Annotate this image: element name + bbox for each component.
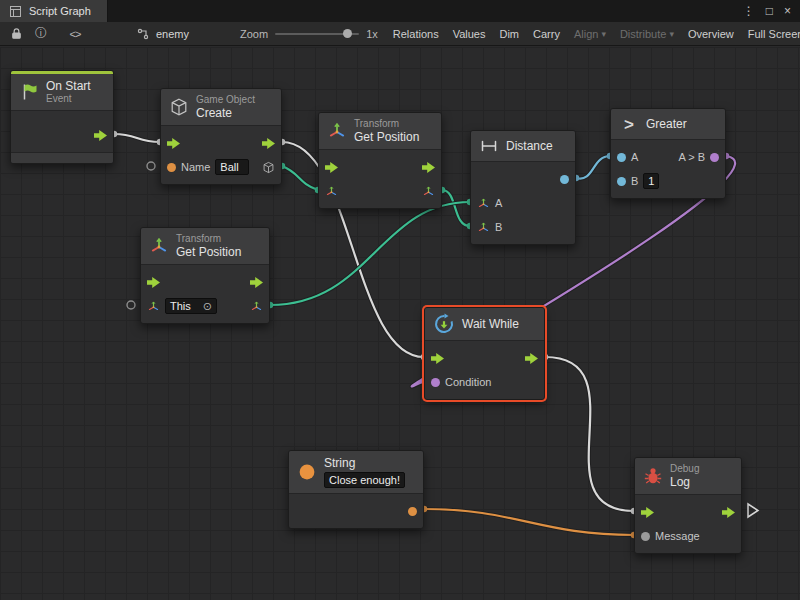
flow-input-port[interactable] <box>431 353 444 364</box>
code-icon[interactable]: <> <box>67 28 83 40</box>
node-string[interactable]: StringClose enough! <box>288 450 424 529</box>
transform-port[interactable] <box>477 197 490 210</box>
value-output-port[interactable] <box>710 153 719 162</box>
port-row <box>289 499 423 523</box>
cube-icon <box>169 97 189 117</box>
node-header: On StartEvent <box>11 74 113 111</box>
value-field[interactable]: 1 <box>643 173 659 189</box>
wire-distance-to-greater-a[interactable] <box>576 156 610 179</box>
close-icon[interactable]: × <box>784 5 791 17</box>
transform-port[interactable] <box>147 300 160 313</box>
game-object-port[interactable] <box>262 161 275 174</box>
flow-output-port[interactable] <box>262 138 275 149</box>
toolbar-button-values[interactable]: Values <box>447 28 492 40</box>
flow-input-port[interactable] <box>641 507 654 518</box>
node-transform-get-position-2[interactable]: TransformGet PositionThis⊙ <box>140 227 270 324</box>
unconnected-port-indicator[interactable] <box>147 162 155 170</box>
value-input-port[interactable] <box>167 163 176 172</box>
value-input-port[interactable] <box>617 153 626 162</box>
toolbar: ⓘ <> enemy Zoom 1x RelationsValuesDimCar… <box>0 22 800 46</box>
node-header: DebugLog <box>635 458 741 495</box>
node-wait-while[interactable]: Wait WhileCondition <box>424 307 545 400</box>
value-field[interactable]: Close enough! <box>324 472 405 488</box>
port-row: B1 <box>611 169 725 193</box>
flow-input-port[interactable] <box>167 138 180 149</box>
node-debug-log[interactable]: DebugLogMessage <box>634 457 742 554</box>
value-field[interactable]: Ball <box>215 159 249 175</box>
flow-output-port[interactable] <box>94 130 107 141</box>
node-titles: Game ObjectCreate <box>196 94 255 120</box>
window-title: Script Graph <box>29 5 91 17</box>
node-title: Distance <box>506 139 553 153</box>
port-row <box>319 155 441 179</box>
field-text: Ball <box>220 161 238 173</box>
toolbar-button-full-screen[interactable]: Full Screen <box>742 28 800 40</box>
titlebar: Script Graph ⋮ □ × <box>0 0 800 22</box>
node-body: AA > BB1 <box>611 140 725 198</box>
toolbar-button-overview[interactable]: Overview <box>682 28 740 40</box>
wire-get-position-2-to-distance-a[interactable] <box>270 202 470 305</box>
transform-port[interactable] <box>325 185 338 198</box>
flow-output-port[interactable] <box>722 507 735 518</box>
toolbar-button-dim[interactable]: Dim <box>493 28 525 40</box>
maximize-icon[interactable]: □ <box>766 5 773 17</box>
value-input-port[interactable] <box>431 378 440 387</box>
value-output-port[interactable] <box>560 175 569 184</box>
node-title: Get Position <box>354 130 419 144</box>
transform-port[interactable] <box>250 300 263 313</box>
node-type-label: Game Object <box>196 94 255 106</box>
flow-input-port[interactable] <box>147 277 160 288</box>
tab-script-graph[interactable]: Script Graph <box>0 0 108 22</box>
flow-output-port[interactable] <box>525 353 538 364</box>
flag-icon <box>19 82 39 102</box>
play-indicator-icon[interactable] <box>748 504 758 517</box>
port-label: Condition <box>445 376 491 388</box>
toolbar-button-carry[interactable]: Carry <box>527 28 566 40</box>
lock-icon[interactable] <box>8 27 24 40</box>
info-icon[interactable]: ⓘ <box>33 25 49 42</box>
port-label: B <box>631 175 638 187</box>
node-on-start-event[interactable]: On StartEvent <box>10 70 114 164</box>
node-footer <box>11 152 113 163</box>
flow-output-port[interactable] <box>422 162 435 173</box>
node-game-object-create[interactable]: Game ObjectCreateNameBall <box>160 88 282 185</box>
flow-input-port[interactable] <box>325 162 338 173</box>
menu-icon[interactable]: ⋮ <box>743 5 755 17</box>
node-header: TransformGet Position <box>319 113 441 150</box>
node-body <box>319 150 441 208</box>
wire-wait-while-to-debug-log[interactable] <box>545 357 634 511</box>
zoom-label: Zoom <box>240 28 268 40</box>
flow-output-port[interactable] <box>250 277 263 288</box>
node-greater[interactable]: >GreaterAA > BB1 <box>610 108 726 199</box>
toolbar-button-distribute: Distribute▾ <box>614 28 680 40</box>
wire-on-start-to-create[interactable] <box>114 134 160 142</box>
wire-get-position-1-to-distance-b[interactable] <box>442 190 470 226</box>
value-field[interactable]: This⊙ <box>165 298 217 314</box>
graph-breadcrumb[interactable]: enemy <box>135 28 189 40</box>
node-transform-get-position-1[interactable]: TransformGet Position <box>318 112 442 209</box>
wire-string-to-debug-log-message[interactable] <box>424 509 634 535</box>
field-text: Close enough! <box>329 474 400 487</box>
toolbar-buttons: RelationsValuesDimCarryAlign▾Distribute▾… <box>387 28 800 40</box>
node-header: StringClose enough! <box>289 451 423 494</box>
graph-asset-icon <box>135 28 151 40</box>
zoom-slider[interactable] <box>275 33 359 35</box>
node-distance[interactable]: DistanceAB <box>470 130 576 245</box>
transform-port[interactable] <box>422 185 435 198</box>
value-input-port[interactable] <box>617 177 626 186</box>
value-input-port[interactable] <box>641 532 650 541</box>
window-controls: ⋮ □ × <box>743 5 800 17</box>
unconnected-port-indicator[interactable] <box>127 301 135 309</box>
value-output-port[interactable] <box>408 507 417 516</box>
toolbar-button-relations[interactable]: Relations <box>387 28 445 40</box>
script-graph-window: Script Graph ⋮ □ × ⓘ <> enemy Zoom 1x Re… <box>0 0 800 600</box>
wait-icon <box>433 313 455 335</box>
graph-name: enemy <box>156 28 189 40</box>
zoom-slider-knob[interactable] <box>343 29 352 38</box>
port-row: Condition <box>425 370 544 394</box>
greater-icon: > <box>619 114 639 134</box>
graph-canvas[interactable]: On StartEventGame ObjectCreateNameBallTr… <box>0 47 800 600</box>
transform-port[interactable] <box>477 221 490 234</box>
port-row: Message <box>635 524 741 548</box>
toolbar-button-label: Overview <box>688 28 734 40</box>
